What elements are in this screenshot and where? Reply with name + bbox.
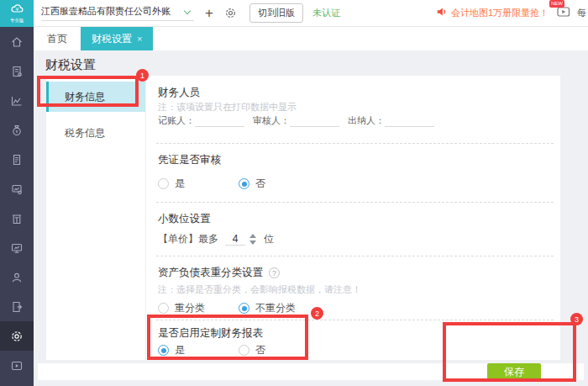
decimal-value-input[interactable]: 4 <box>225 233 245 246</box>
sidebar-item-home[interactable] <box>0 27 34 56</box>
radio-label: 是 <box>175 177 185 191</box>
section-staff-title: 财务人员 <box>158 86 200 100</box>
custom-report-options: 是 否 <box>158 343 319 357</box>
sidebar-item-funds[interactable] <box>0 115 34 145</box>
submenu-item-tax-info[interactable]: 税务信息 <box>46 118 145 148</box>
bookkeeper-field: 记账人： <box>158 114 244 127</box>
submenu-tax-label: 税务信息 <box>65 126 105 140</box>
money-bag-icon <box>10 124 24 137</box>
save-button[interactable]: 保存 <box>487 363 541 380</box>
sidebar-item-invoice[interactable] <box>0 145 34 174</box>
annotation-badge-2: 2 <box>311 307 323 320</box>
svg-text:¥: ¥ <box>15 7 18 12</box>
decimal-suffix-label: 位 <box>264 232 274 246</box>
sidebar-item-statements[interactable] <box>0 233 34 262</box>
bookkeeper-input[interactable] <box>195 115 244 127</box>
divider <box>156 320 554 320</box>
radio-label: 否 <box>255 343 265 357</box>
switch-old-version-button[interactable]: 切到旧版 <box>249 3 303 23</box>
app-logo[interactable]: ¥ 专业版 <box>0 0 34 27</box>
tab-tax-settings[interactable]: 财税设置 × <box>81 27 153 50</box>
sidebar-item-assets[interactable] <box>0 174 34 204</box>
auditor-label: 审核人： <box>253 114 290 127</box>
announcement[interactable]: 会计地图1万册限量抢！ <box>436 6 549 21</box>
radio-reclass-yes[interactable]: 重分类 <box>158 301 239 315</box>
stepper-down-icon[interactable] <box>249 241 256 245</box>
annotation-badge-1: 1 <box>136 69 149 82</box>
radio-custom-report-no[interactable]: 否 <box>239 343 319 357</box>
company-selector[interactable]: 江西服壹精品有限责任公司外账 <box>41 5 194 21</box>
tab-home-label: 首页 <box>47 32 67 46</box>
radio-circle-selected <box>239 178 249 189</box>
doc-export-icon <box>10 300 24 314</box>
truncated-right-text: 每 <box>577 7 586 19</box>
radio-circle-selected <box>158 345 169 356</box>
submenu-finance-label: 财务信息 <box>65 90 105 104</box>
add-account-icon[interactable]: + <box>205 8 213 19</box>
bookkeeper-label: 记账人： <box>158 114 195 127</box>
section-voucher-audit-title: 凭证是否审核 <box>158 153 221 167</box>
voucher-audit-options: 是 否 <box>158 177 319 191</box>
sidebar-item-tutorial[interactable] <box>0 351 34 380</box>
radio-label: 否 <box>255 177 265 191</box>
people-icon <box>10 271 24 284</box>
auditor-field: 审核人： <box>253 114 339 127</box>
section-reclass-title: 资产负债表重分类设置 ? <box>158 266 280 280</box>
sidebar-item-checkout[interactable] <box>0 292 34 321</box>
cashier-input[interactable] <box>385 115 434 127</box>
active-indicator-bar <box>46 82 49 112</box>
unverified-status: 未认证 <box>312 7 340 19</box>
sidebar-item-salary[interactable] <box>0 262 34 292</box>
decimal-stepper <box>249 234 256 245</box>
radio-circle <box>158 178 169 189</box>
radio-circle-selected <box>239 303 249 314</box>
radio-voucher-audit-no[interactable]: 否 <box>239 177 319 191</box>
page-title: 财税设置 <box>45 57 96 73</box>
asset-card-icon <box>10 182 24 196</box>
content-area: 财税设置 财务信息 税务信息 财务人员 注：该项设置只在打印数据中显示 记账人：… <box>34 50 588 386</box>
radio-label: 不重分类 <box>255 301 296 315</box>
radio-label: 重分类 <box>175 301 205 315</box>
radio-circle <box>239 345 249 356</box>
radio-voucher-audit-yes[interactable]: 是 <box>158 177 239 191</box>
sidebar-item-cashier[interactable] <box>0 204 34 233</box>
home-icon <box>10 35 24 49</box>
close-tab-icon[interactable]: × <box>137 34 142 44</box>
reclass-options: 重分类 不重分类 <box>158 301 319 315</box>
tab-home[interactable]: 首页 <box>34 27 81 50</box>
radio-label: 是 <box>175 343 185 357</box>
divider <box>156 143 554 144</box>
sidebar-item-settings[interactable] <box>0 321 34 351</box>
sidebar-item-voucher[interactable] <box>0 56 34 86</box>
radio-reclass-no[interactable]: 不重分类 <box>239 301 319 315</box>
annotation-badge-3: 3 <box>570 313 583 325</box>
radio-custom-report-yes[interactable]: 是 <box>158 343 239 357</box>
decimal-setting-row: 【单价】最多 4 位 <box>158 232 274 246</box>
monitor-icon <box>10 241 24 255</box>
section-custom-report-title: 是否启用定制财务报表 <box>158 326 263 341</box>
sidebar-item-reports[interactable] <box>0 86 34 115</box>
chart-icon <box>10 94 24 108</box>
cashier-field: 出纳人： <box>348 114 434 127</box>
tab-tax-settings-label: 财税设置 <box>92 32 132 46</box>
cloud-logo-icon: ¥ <box>10 3 24 18</box>
help-icon[interactable]: ? <box>269 267 280 278</box>
chevron-down-icon <box>184 7 191 13</box>
auditor-input[interactable] <box>290 115 339 127</box>
cashier-icon <box>10 212 24 225</box>
tutorial-video-button[interactable]: NEW <box>557 6 570 21</box>
submenu-item-finance-info[interactable]: 财务信息 <box>46 82 145 112</box>
speaker-icon <box>436 6 448 21</box>
invoice-icon <box>10 153 24 167</box>
stepper-up-icon[interactable] <box>249 234 256 238</box>
new-badge: NEW <box>549 0 564 8</box>
reclass-title-text: 资产负债表重分类设置 <box>158 266 263 280</box>
section-decimal-title: 小数位设置 <box>158 212 211 226</box>
app-window: ¥ 专业版 江西服壹精品有限责任公司外账 + 切到旧版 未认证 会计地图1万册限… <box>0 0 588 386</box>
promo-text[interactable]: 会计地图1万册限量抢！ <box>451 7 549 19</box>
logo-edition-label: 专业版 <box>10 18 24 23</box>
section-staff-note: 注：该项设置只在打印数据中显示 <box>158 101 297 114</box>
voucher-icon <box>10 65 24 78</box>
settings-gear-icon[interactable] <box>224 7 237 19</box>
cashier-label: 出纳人： <box>348 114 385 127</box>
